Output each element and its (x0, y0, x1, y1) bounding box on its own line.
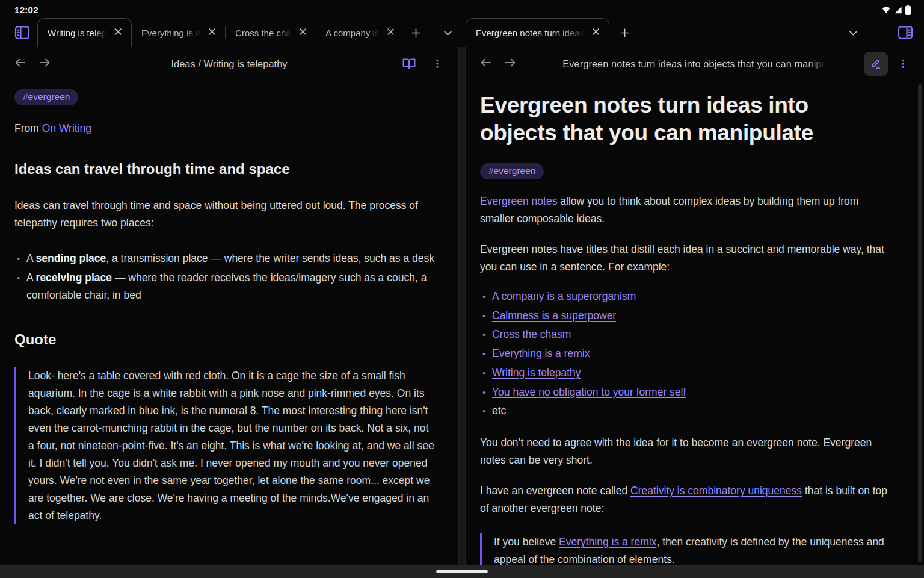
edit-mode-pencil-icon[interactable] (864, 52, 888, 76)
evergreen-tag[interactable]: #evergreen (14, 89, 78, 105)
quote-segment: If you believe (494, 536, 559, 548)
forward-arrow-icon[interactable] (498, 56, 522, 72)
more-options-icon[interactable] (426, 57, 449, 70)
tab-writing-is-telepathy[interactable]: Writing is telep (37, 18, 132, 47)
tab-list-chevron-down-icon[interactable] (436, 18, 460, 47)
evergreen-notes-link[interactable]: Evergreen notes (480, 195, 557, 207)
quote-block: If you believe Everything is a remix, th… (480, 533, 893, 565)
note-link[interactable]: A company is a superorganism (492, 290, 636, 302)
right-header-actions (864, 52, 914, 76)
more-options-icon[interactable] (892, 57, 914, 70)
quote-block: Look- here's a table covered with red cl… (14, 367, 434, 524)
tag-row: #evergreen (480, 163, 893, 179)
list-item: A receiving place — where the reader rec… (26, 269, 434, 304)
section-heading: Ideas can travel through time and space (14, 160, 434, 178)
clock: 12:02 (14, 5, 38, 15)
bullet-bold: receiving place (36, 272, 112, 284)
note-title: Evergreen notes turn ideas into objects … (480, 92, 853, 147)
left-header-actions (396, 57, 449, 71)
creativity-link[interactable]: Creativity is combinatory uniqueness (630, 485, 802, 497)
example-links-list: A company is a superorganism Calmness is… (480, 287, 893, 421)
tab-list-chevron-down-icon[interactable] (842, 18, 865, 47)
bullet-text: A (26, 272, 36, 284)
list-item: A company is a superorganism (492, 287, 893, 306)
list-item: etc (492, 402, 893, 421)
quote-heading: Quote (14, 331, 434, 349)
note-link[interactable]: Calmness is a superpower (492, 309, 616, 322)
right-pane-header: Evergreen notes turn ideas into objects … (466, 47, 924, 81)
tab-a-company-is-a-superorganism[interactable]: A company is (316, 18, 404, 47)
bullet-text: , a transmission place — where the write… (106, 252, 434, 264)
left-note-content: #evergreen From On Writing Ideas can tra… (0, 89, 458, 524)
close-icon[interactable] (386, 27, 395, 39)
quote-text: If you believe Everything is a remix, th… (494, 533, 893, 565)
close-icon[interactable] (298, 27, 307, 39)
note-link[interactable]: Everything is a remix (492, 347, 590, 359)
tab-evergreen-notes[interactable]: Evergreen notes turn ideas (466, 18, 609, 47)
battery-icon (905, 5, 911, 15)
quote-text: Look- here's a table covered with red cl… (28, 367, 434, 524)
tab-label: Everything is a (141, 28, 200, 38)
close-icon[interactable] (114, 27, 123, 39)
everything-is-a-remix-link[interactable]: Everything is a remix (559, 536, 656, 548)
workspace-split: Ideas / Writing is telepathy #evergreen … (0, 47, 924, 565)
tab-group-right: Evergreen notes turn ideas (460, 18, 924, 47)
list-item: Everything is a remix (492, 344, 893, 364)
reading-mode-book-icon[interactable] (396, 57, 422, 71)
back-arrow-icon[interactable] (8, 56, 32, 72)
places-list: A sending place, a transmission place — … (14, 250, 434, 304)
note-link[interactable]: Writing is telepathy (492, 367, 581, 379)
wifi-icon (881, 5, 891, 14)
note-link[interactable]: You have no obligation to your former se… (492, 386, 686, 398)
evergreen-tag[interactable]: #evergreen (480, 163, 544, 179)
note-link[interactable]: Cross the chasm (492, 328, 571, 340)
tab-cross-the-chasm[interactable]: Cross the cha (226, 18, 316, 47)
note-title-header[interactable]: Evergreen notes turn ideas into objects … (562, 58, 827, 70)
bullet-bold: sending place (36, 252, 106, 264)
app-screen: 12:02 Writing is telep Everything is a C… (0, 0, 924, 578)
tab-everything-is-a-remix[interactable]: Everything is a (132, 18, 225, 47)
tab-label: Writing is telep (48, 28, 106, 38)
close-icon[interactable] (208, 27, 217, 39)
tab-label: Cross the cha (235, 28, 291, 38)
home-indicator[interactable] (436, 570, 488, 573)
new-tab-button[interactable] (404, 18, 428, 47)
paragraph: I have an evergreen note called Creativi… (480, 482, 893, 517)
paragraph-text: I have an evergreen note called (480, 485, 630, 497)
status-bar: 12:02 (0, 0, 924, 18)
tab-bar-spacer (636, 18, 842, 47)
intro-paragraph: Ideas can travel through time and space … (14, 197, 434, 232)
tab-group-left: Writing is telep Everything is a Cross t… (0, 18, 460, 47)
new-tab-button[interactable] (613, 18, 636, 47)
tab-label: Evergreen notes turn ideas (476, 28, 584, 38)
system-navigation-bar (0, 565, 924, 578)
left-note-pane: Ideas / Writing is telepathy #evergreen … (0, 47, 458, 565)
list-item: Writing is telepathy (492, 364, 893, 383)
close-icon[interactable] (591, 27, 600, 39)
bullet-text: A (26, 252, 36, 264)
cell-signal-icon (893, 5, 903, 14)
status-icons (881, 5, 911, 15)
breadcrumb[interactable]: Ideas / Writing is telepathy (171, 58, 287, 70)
list-item: Calmness is a superpower (492, 306, 893, 326)
paragraph: Evergreen notes have titles that distill… (480, 241, 893, 276)
scrollbar[interactable] (918, 84, 922, 562)
pane-divider[interactable] (458, 47, 466, 565)
forward-arrow-icon[interactable] (32, 56, 57, 72)
back-arrow-icon[interactable] (474, 56, 498, 72)
on-writing-link[interactable]: On Writing (42, 122, 91, 134)
right-sidebar-toggle-button[interactable] (890, 18, 920, 47)
left-sidebar-toggle-button[interactable] (7, 18, 37, 47)
paragraph: You don’t need to agree with the idea fo… (480, 434, 893, 469)
right-note-pane: Evergreen notes turn ideas into objects … (466, 47, 924, 565)
from-line: From On Writing (14, 120, 434, 137)
tab-label: A company is (325, 28, 379, 38)
right-note-content: Evergreen notes turn ideas into objects … (466, 92, 924, 565)
tab-bar: Writing is telep Everything is a Cross t… (0, 18, 924, 47)
list-item: You have no obligation to your former se… (492, 383, 893, 402)
list-item: A sending place, a transmission place — … (26, 250, 434, 267)
paragraph: Evergreen notes allow you to think about… (480, 193, 893, 228)
left-pane-header: Ideas / Writing is telepathy (0, 47, 458, 81)
list-item: Cross the chasm (492, 325, 893, 344)
from-prefix: From (14, 122, 42, 134)
